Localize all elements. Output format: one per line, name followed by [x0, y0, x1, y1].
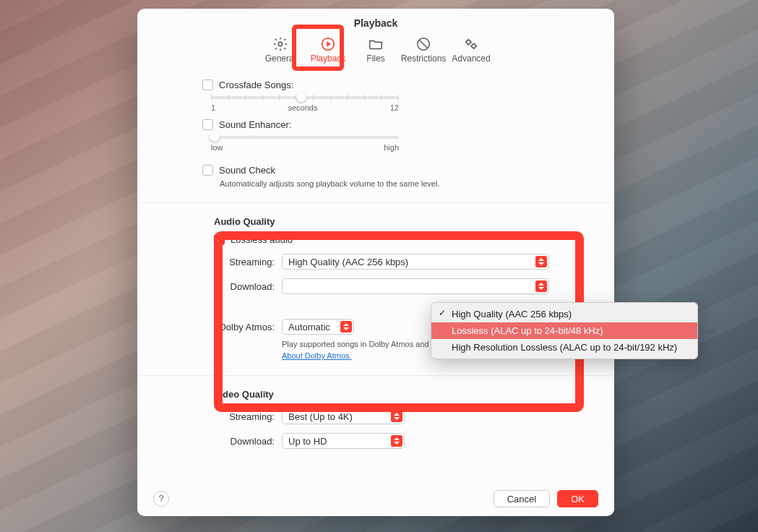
gear-icon: [272, 36, 288, 52]
button-label: Cancel: [507, 494, 536, 505]
dolby-label: Dolby Atmos:: [202, 322, 275, 332]
select-value: Up to HD: [288, 436, 327, 447]
crossfade-min: 1: [211, 103, 215, 112]
menu-item-label: High Resolution Lossless (ALAC up to 24-…: [452, 342, 677, 353]
gears-icon: [463, 36, 479, 52]
select-value: High Quality (AAC 256 kbps): [288, 257, 408, 267]
slider-thumb[interactable]: [210, 132, 220, 142]
lossless-checkbox[interactable]: [214, 234, 225, 245]
video-streaming-select[interactable]: Best (Up to 4K): [282, 408, 405, 424]
crossfade-max: 12: [390, 103, 399, 112]
enhancer-checkbox[interactable]: [202, 119, 213, 130]
preferences-toolbar: General Playback Files Restrictions Adva…: [137, 33, 614, 72]
crossfade-label: Crossfade Songs:: [219, 80, 293, 90]
no-entry-icon: [415, 36, 431, 52]
menu-item-label: Lossless (ALAC up to 24-bit/48 kHz): [452, 325, 603, 336]
tab-label: Advanced: [452, 53, 490, 64]
help-button[interactable]: ?: [153, 491, 169, 507]
enhancer-label: Sound Enhancer:: [219, 119, 291, 130]
caret-icon: [535, 256, 547, 267]
tab-label: Restrictions: [401, 53, 447, 64]
tab-label: Files: [366, 53, 384, 64]
crossfade-checkbox[interactable]: [202, 80, 213, 90]
soundcheck-label: Sound Check: [219, 165, 275, 176]
annotation-highlight-tab: [292, 25, 344, 71]
enhancer-high: high: [384, 143, 399, 152]
video-download-select[interactable]: Up to HD: [282, 433, 405, 449]
window-title: Playback: [137, 9, 614, 29]
video-quality-heading: Video Quality: [214, 389, 549, 400]
button-label: OK: [571, 494, 585, 505]
select-value: Automatic: [288, 322, 330, 332]
tab-restrictions[interactable]: Restrictions: [400, 33, 447, 64]
svg-point-3: [467, 40, 471, 45]
select-value: Best (Up to 4K): [288, 411, 353, 422]
menu-item-lossless[interactable]: Lossless (ALAC up to 24-bit/48 kHz) s on: [431, 322, 697, 339]
soundcheck-checkbox[interactable]: [202, 165, 213, 176]
lossless-label: Lossless audio: [231, 234, 293, 245]
tab-advanced[interactable]: Advanced: [447, 33, 495, 64]
svg-point-0: [278, 42, 283, 46]
slider-thumb[interactable]: [296, 92, 306, 102]
folder-icon: [368, 36, 384, 52]
video-streaming-label: Streaming:: [202, 411, 275, 422]
streaming-label: Streaming:: [202, 257, 275, 267]
caret-icon: [535, 280, 547, 292]
soundcheck-desc: Automatically adjusts song playback volu…: [220, 179, 549, 189]
menu-item-label: High Quality (AAC 256 kbps): [452, 309, 572, 319]
enhancer-slider[interactable]: low high: [211, 136, 399, 152]
tab-files[interactable]: Files: [352, 33, 400, 64]
svg-point-4: [472, 44, 476, 48]
cancel-button[interactable]: Cancel: [494, 490, 550, 507]
tab-label: General: [265, 53, 296, 64]
dolby-select[interactable]: Automatic: [282, 319, 354, 335]
truncated-text: s on: [701, 327, 716, 335]
download-label: Download:: [202, 281, 275, 292]
menu-item-high-quality[interactable]: High Quality (AAC 256 kbps): [431, 306, 697, 322]
crossfade-slider[interactable]: 1 seconds 12: [211, 96, 399, 112]
audio-quality-heading: Audio Quality: [214, 216, 549, 227]
audio-streaming-select[interactable]: High Quality (AAC 256 kbps): [282, 254, 549, 270]
video-download-label: Download:: [202, 436, 275, 447]
menu-item-hires-lossless[interactable]: High Resolution Lossless (ALAC up to 24-…: [431, 339, 697, 356]
caret-icon: [391, 435, 402, 447]
ok-button[interactable]: OK: [557, 490, 598, 507]
audio-download-select[interactable]: [282, 278, 549, 294]
download-quality-menu: High Quality (AAC 256 kbps) Lossless (AL…: [431, 302, 698, 359]
caret-icon: [340, 321, 352, 332]
enhancer-low: low: [211, 143, 223, 152]
about-dolby-link[interactable]: About Dolby Atmos.: [282, 351, 352, 360]
crossfade-unit: seconds: [288, 103, 317, 112]
preferences-panel: Playback General Playback Files Restrict…: [137, 9, 614, 516]
caret-icon: [391, 411, 402, 422]
